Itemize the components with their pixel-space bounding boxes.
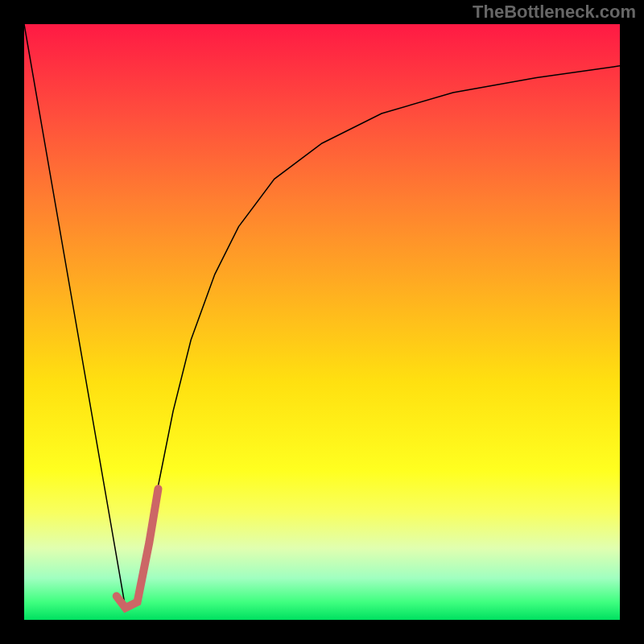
left-descent-line <box>24 24 126 608</box>
right-ascent-curve <box>138 66 620 602</box>
chart-curves <box>24 24 620 620</box>
chart-plot-area <box>24 24 620 620</box>
watermark-text: TheBottleneck.com <box>473 2 636 23</box>
